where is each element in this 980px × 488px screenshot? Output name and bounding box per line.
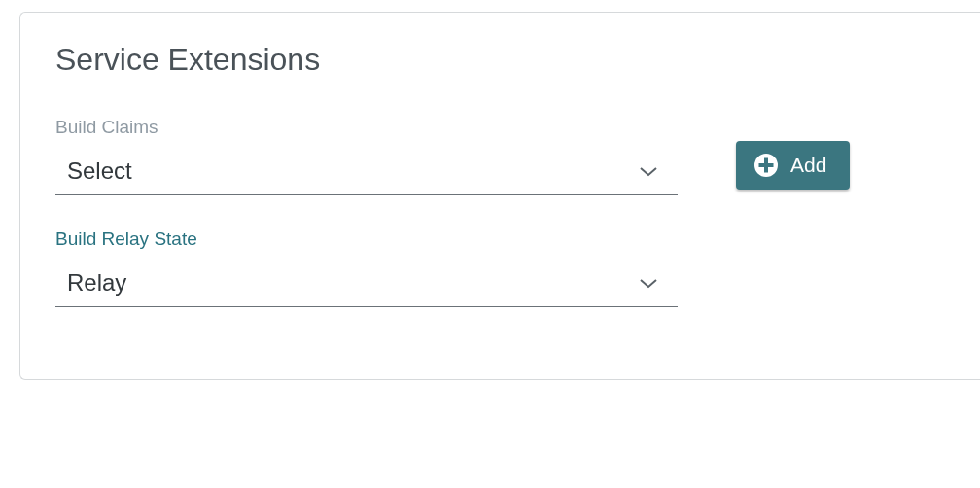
plus-circle-icon: [753, 153, 779, 178]
chevron-down-icon: [639, 277, 658, 289]
build-relay-state-label: Build Relay State: [55, 228, 678, 250]
build-relay-state-select[interactable]: Relay: [55, 263, 678, 307]
build-claims-value: Select: [67, 157, 639, 185]
add-button-label: Add: [790, 154, 826, 177]
build-relay-state-row: Build Relay State Relay: [55, 228, 945, 307]
svg-rect-2: [759, 163, 774, 167]
service-extensions-panel: Service Extensions Build Claims Select A…: [19, 12, 980, 380]
add-button[interactable]: Add: [736, 141, 850, 190]
build-relay-state-value: Relay: [67, 269, 639, 296]
chevron-down-icon: [639, 165, 658, 177]
build-claims-label: Build Claims: [55, 117, 678, 138]
build-claims-row: Build Claims Select Add: [55, 117, 945, 195]
build-claims-select[interactable]: Select: [55, 152, 678, 195]
build-claims-field: Build Claims Select: [55, 117, 678, 195]
panel-title: Service Extensions: [55, 42, 945, 78]
build-relay-state-field: Build Relay State Relay: [55, 228, 678, 307]
